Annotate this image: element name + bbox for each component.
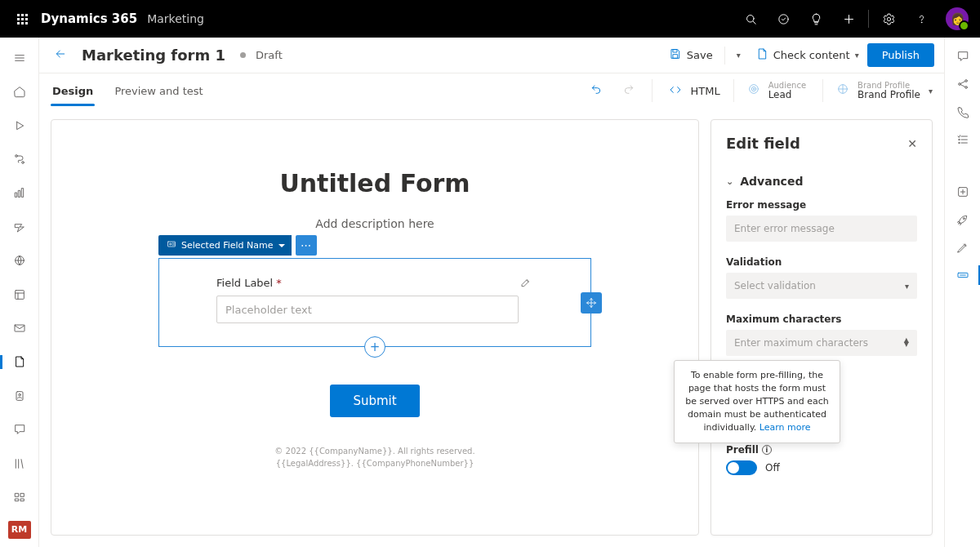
- hamburger-icon[interactable]: [7, 47, 33, 68]
- svg-rect-17: [15, 290, 24, 299]
- audience-selector[interactable]: Audience Lead: [747, 81, 809, 100]
- advanced-section-toggle[interactable]: ⌄Advanced: [726, 175, 917, 188]
- triggers-icon[interactable]: [7, 216, 33, 237]
- max-chars-input[interactable]: Enter maximum characters▲▼: [726, 330, 917, 356]
- save-label: Save: [687, 49, 713, 61]
- error-message-input[interactable]: Enter error message: [726, 216, 917, 242]
- svg-point-52: [958, 142, 959, 143]
- panel-title: Edit field: [726, 135, 800, 152]
- redo-button[interactable]: [619, 79, 639, 102]
- chat-icon[interactable]: [7, 419, 33, 439]
- help-icon[interactable]: [905, 0, 938, 38]
- undo-button[interactable]: [586, 79, 606, 102]
- add-field-button[interactable]: +: [364, 336, 385, 358]
- form-description[interactable]: Add description here: [315, 217, 434, 230]
- check-content-button[interactable]: Check content ▾: [749, 42, 866, 68]
- brand-profile-selector[interactable]: Brand Profile Brand Profile ▾: [836, 81, 933, 100]
- work-area: Untitled Form Add description here Selec…: [39, 108, 944, 547]
- save-chevron[interactable]: ▾: [730, 46, 747, 64]
- search-icon[interactable]: [734, 0, 767, 38]
- svg-rect-26: [15, 493, 18, 496]
- svg-point-38: [170, 243, 172, 245]
- svg-rect-15: [21, 189, 23, 198]
- svg-line-1: [752, 20, 755, 23]
- publish-button[interactable]: Publish: [867, 43, 934, 67]
- task-icon[interactable]: [767, 0, 800, 38]
- move-handle[interactable]: [581, 292, 602, 314]
- form-canvas[interactable]: Untitled Form Add description here Selec…: [51, 119, 699, 536]
- svg-rect-31: [673, 50, 677, 52]
- validation-select[interactable]: Select validation▾: [726, 273, 917, 299]
- save-button[interactable]: Save: [662, 42, 719, 68]
- svg-rect-37: [168, 242, 176, 247]
- app-launcher[interactable]: [3, 0, 41, 38]
- comments-icon[interactable]: [951, 49, 974, 64]
- target-icon: [747, 82, 760, 99]
- add-icon[interactable]: [832, 0, 865, 38]
- svg-rect-13: [15, 193, 16, 197]
- email-icon[interactable]: [7, 318, 33, 338]
- templates-icon[interactable]: [7, 284, 33, 305]
- lightbulb-icon[interactable]: [800, 0, 832, 38]
- field-label: Field Label*: [216, 277, 533, 289]
- brand-value: Brand Profile: [858, 90, 920, 100]
- journeys-icon[interactable]: [7, 149, 33, 169]
- audience-value: Lead: [768, 90, 806, 100]
- segments-icon[interactable]: [7, 385, 33, 406]
- svg-point-2: [778, 14, 787, 23]
- svg-point-56: [963, 218, 964, 220]
- rocket-icon[interactable]: [951, 212, 974, 227]
- svg-point-51: [958, 139, 959, 140]
- validation-label: Validation: [726, 256, 917, 268]
- separator: [652, 79, 653, 102]
- submit-button[interactable]: Submit: [330, 385, 419, 417]
- analytics-icon[interactable]: [7, 183, 33, 203]
- svg-point-44: [964, 80, 967, 82]
- share-icon[interactable]: [951, 77, 974, 91]
- prefill-label: Prefill i: [726, 444, 780, 456]
- command-bar: Marketing form 1 Draft Save ▾ Check cont…: [39, 38, 944, 73]
- edit-label-icon[interactable]: [520, 277, 532, 291]
- svg-rect-28: [15, 499, 18, 501]
- html-button[interactable]: HTML: [666, 80, 719, 102]
- check-content-label: Check content: [773, 49, 850, 61]
- module-name: Marketing: [147, 12, 204, 25]
- phone-icon[interactable]: [951, 105, 974, 119]
- global-topbar: Dynamics 365 Marketing 👩: [0, 0, 980, 38]
- settings-icon[interactable]: [872, 0, 905, 38]
- field-more-menu[interactable]: ⋯: [296, 235, 317, 256]
- selected-field-chip[interactable]: Selected Field Name: [158, 235, 292, 256]
- learn-more-link[interactable]: Learn more: [760, 422, 811, 433]
- info-icon[interactable]: i: [762, 445, 772, 455]
- field-placeholder-input[interactable]: Placeholder text: [216, 296, 519, 323]
- svg-point-6: [921, 22, 922, 23]
- svg-point-5: [887, 17, 890, 20]
- home-icon[interactable]: [7, 81, 33, 101]
- tasks-icon[interactable]: [951, 132, 974, 147]
- elements-icon[interactable]: [951, 185, 974, 199]
- area-switcher-badge[interactable]: RM: [8, 521, 31, 539]
- forms-icon[interactable]: [7, 352, 33, 372]
- form-heading[interactable]: Untitled Form: [279, 169, 470, 198]
- more-icon[interactable]: [7, 487, 33, 507]
- svg-rect-32: [673, 55, 677, 59]
- tab-row: Design Preview and test HTML Audience Le…: [39, 73, 944, 108]
- form-footer: © 2022 {{CompanyName}}. All rights reser…: [274, 445, 474, 469]
- max-chars-label: Maximum characters: [726, 314, 917, 325]
- svg-point-43: [958, 83, 960, 86]
- left-nav-rail: RM: [0, 38, 39, 547]
- properties-icon[interactable]: [951, 268, 974, 282]
- svg-point-35: [753, 88, 754, 89]
- tab-design[interactable]: Design: [51, 77, 95, 105]
- tab-preview[interactable]: Preview and test: [113, 77, 204, 105]
- library-icon[interactable]: [7, 453, 33, 474]
- prefill-toggle[interactable]: [726, 460, 757, 475]
- selected-field-box[interactable]: Field Label* Placeholder text +: [158, 258, 591, 347]
- play-icon[interactable]: [7, 115, 33, 136]
- close-panel-button[interactable]: ✕: [907, 137, 917, 150]
- user-avatar[interactable]: 👩: [946, 7, 969, 30]
- svg-line-47: [960, 85, 964, 87]
- globe-icon[interactable]: [7, 250, 33, 270]
- back-button[interactable]: [49, 44, 72, 67]
- pen-icon[interactable]: [951, 240, 974, 255]
